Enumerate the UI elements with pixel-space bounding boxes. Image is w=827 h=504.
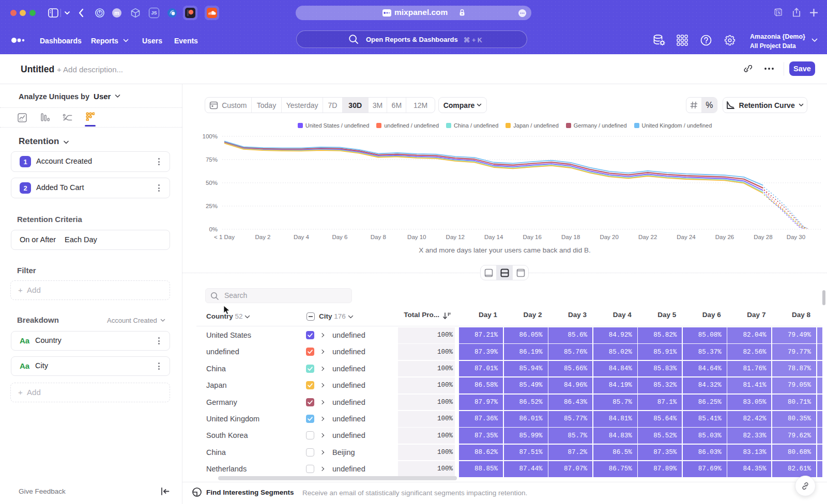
svg-text:< 1 Day: < 1 Day	[214, 234, 235, 240]
svg-text:Day 12: Day 12	[446, 234, 465, 240]
svg-text:Day 22: Day 22	[638, 234, 657, 240]
svg-text:0%: 0%	[209, 226, 218, 232]
svg-text:Day 14: Day 14	[484, 234, 503, 240]
svg-text:Day 18: Day 18	[561, 234, 580, 240]
svg-text:Day 10: Day 10	[407, 234, 426, 240]
svg-text:Day 30: Day 30	[787, 234, 805, 240]
svg-text:25%: 25%	[206, 203, 218, 209]
svg-text:Day 26: Day 26	[715, 234, 734, 240]
svg-text:N: N	[777, 11, 780, 15]
svg-text:Day 24: Day 24	[677, 234, 696, 240]
svg-text:Day 16: Day 16	[523, 234, 541, 240]
svg-text:Day 28: Day 28	[754, 234, 772, 240]
svg-text:50%: 50%	[206, 180, 218, 186]
svg-text:Day 20: Day 20	[600, 234, 618, 240]
svg-text:Day 6: Day 6	[332, 234, 347, 240]
svg-text:Day 4: Day 4	[294, 234, 310, 240]
svg-text:75%: 75%	[206, 156, 218, 163]
svg-text:Day 8: Day 8	[371, 234, 386, 240]
svg-text:Day 2: Day 2	[255, 234, 270, 240]
svg-text:100%: 100%	[203, 133, 218, 139]
